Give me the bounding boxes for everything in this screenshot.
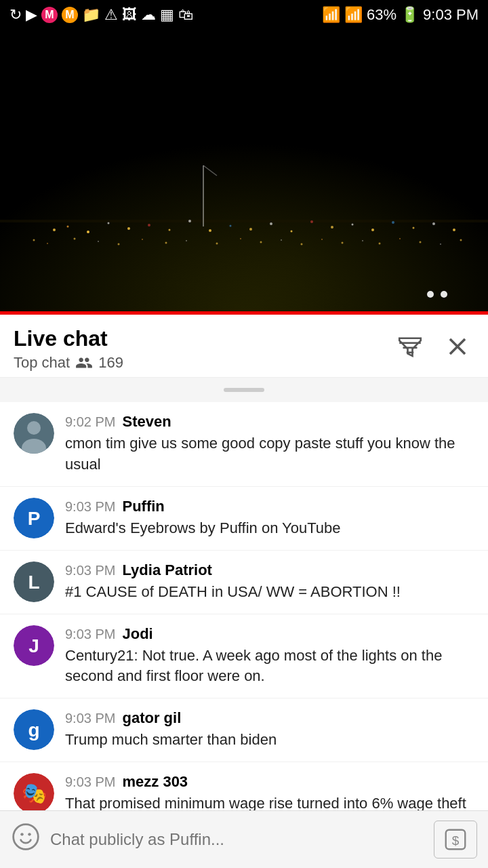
m-icon-2: M <box>62 7 78 23</box>
close-icon <box>443 332 472 361</box>
emoji-button[interactable] <box>11 822 41 858</box>
scroll-indicator <box>224 388 264 392</box>
battery-level: 63% <box>367 6 396 24</box>
status-info-right: 📶 📶 63% 🔋 9:03 PM <box>322 6 479 24</box>
filter-button[interactable] <box>393 330 427 363</box>
message-meta: 9:03 PM gator gil <box>65 709 474 727</box>
chat-message: P 9:03 PM Puffin Edward's Eyebrows by Pu… <box>0 487 488 551</box>
message-avatar: 🎭 <box>14 773 54 814</box>
message-body: 9:03 PM gator gil Trump much smarter tha… <box>65 709 474 751</box>
message-text: #1 CAUSE of DEATH in USA/ WW = ABORTION … <box>65 582 474 603</box>
svg-point-21 <box>432 222 435 225</box>
refresh-icon: ↻ <box>9 6 22 24</box>
svg-point-32 <box>142 239 143 240</box>
people-icon <box>75 354 93 372</box>
send-icon: $ <box>443 827 468 852</box>
video-progress-bar[interactable] <box>0 311 488 315</box>
message-author: mezz 303 <box>122 773 188 791</box>
message-author: Puffin <box>122 498 164 515</box>
status-bar: ↻ ▶ M M 📁 ⚠ 🖼 ☁ ▦ 🛍 📶 📶 63% 🔋 9:03 PM <box>0 0 488 30</box>
avatar-image: 🎭 <box>14 773 54 814</box>
chat-input-field[interactable] <box>50 830 424 849</box>
message-author: Lydia Patriot <box>122 561 211 579</box>
svg-point-47 <box>460 239 462 241</box>
svg-point-30 <box>98 241 99 242</box>
message-body: 9:03 PM Puffin Edward's Eyebrows by Puff… <box>65 498 474 539</box>
emoji-icon <box>11 822 41 852</box>
message-avatar: L <box>14 561 54 602</box>
message-time: 9:03 PM <box>65 499 115 515</box>
message-body: 9:02 PM Steven cmon tim give us some goo… <box>65 413 474 475</box>
time-display: 9:03 PM <box>423 6 479 24</box>
svg-point-44 <box>399 238 401 239</box>
svg-point-5 <box>108 222 110 224</box>
svg-point-52 <box>27 421 41 435</box>
svg-text:L: L <box>28 572 39 593</box>
svg-point-13 <box>270 222 272 225</box>
chat-header-left: Live chat Top chat 169 <box>14 326 123 372</box>
svg-rect-0 <box>0 30 488 315</box>
svg-text:J: J <box>28 635 39 656</box>
status-icons-left: ↻ ▶ M M 📁 ⚠ 🖼 ☁ ▦ 🛍 <box>9 6 193 24</box>
top-chat-label[interactable]: Top chat <box>14 354 70 372</box>
message-meta: 9:03 PM Jodi <box>65 625 474 643</box>
chat-message: g 9:03 PM gator gil Trump much smarter t… <box>0 698 488 762</box>
cloud-icon: ☁ <box>141 6 156 24</box>
avatar-image <box>14 413 54 454</box>
svg-text:$: $ <box>452 833 460 848</box>
avatar-image: L <box>14 561 54 602</box>
send-button[interactable]: $ <box>434 821 477 859</box>
svg-point-7 <box>148 224 150 226</box>
message-meta: 9:03 PM Lydia Patriot <box>65 561 474 579</box>
message-avatar: P <box>14 498 54 538</box>
svg-point-6 <box>127 227 130 230</box>
signal-icon: 📶 <box>344 6 363 24</box>
filter-icon <box>396 332 424 361</box>
svg-point-33 <box>165 242 167 244</box>
chat-title: Live chat <box>14 326 123 351</box>
svg-point-35 <box>216 243 218 245</box>
message-meta: 9:03 PM Puffin <box>65 498 474 515</box>
avatar-image: g <box>14 709 54 750</box>
svg-point-34 <box>186 240 187 241</box>
avatar-image: P <box>14 498 54 538</box>
svg-point-16 <box>331 226 333 229</box>
wifi-icon: 📶 <box>322 6 340 24</box>
message-meta: 9:02 PM Steven <box>65 413 474 431</box>
svg-point-4 <box>87 231 89 233</box>
svg-point-3 <box>67 226 69 228</box>
svg-point-36 <box>240 238 241 239</box>
video-player[interactable] <box>0 30 488 315</box>
message-author: Jodi <box>122 625 152 643</box>
message-time: 9:02 PM <box>65 414 115 430</box>
message-body: 9:03 PM Lydia Patriot #1 CAUSE of DEATH … <box>65 561 474 603</box>
chat-message: 9:02 PM Steven cmon tim give us some goo… <box>0 402 488 487</box>
chat-message: J 9:03 PM Jodi Century21: Not true. A we… <box>0 614 488 699</box>
svg-point-66 <box>14 824 39 849</box>
svg-point-19 <box>392 221 394 224</box>
message-time: 9:03 PM <box>65 563 115 578</box>
chat-header: Live chat Top chat 169 <box>0 315 488 378</box>
city-lights-visual <box>0 30 488 315</box>
message-text: Trump much smarter than biden <box>65 730 474 751</box>
svg-point-40 <box>321 239 323 240</box>
svg-point-20 <box>413 227 415 229</box>
svg-point-12 <box>249 228 252 231</box>
svg-point-43 <box>379 243 381 245</box>
message-avatar: g <box>14 709 54 750</box>
close-button[interactable] <box>441 330 474 363</box>
viewer-count: 169 <box>98 354 123 372</box>
alert-icon: ⚠ <box>104 6 118 24</box>
message-time: 9:03 PM <box>65 711 115 726</box>
svg-point-15 <box>310 220 313 223</box>
svg-point-9 <box>188 220 191 222</box>
svg-rect-1 <box>0 220 488 222</box>
svg-point-14 <box>291 231 293 233</box>
message-author: gator gil <box>122 709 181 727</box>
calendar-icon: ▦ <box>160 6 174 24</box>
svg-text:P: P <box>28 508 41 529</box>
svg-point-28 <box>47 243 48 244</box>
message-meta: 9:03 PM mezz 303 <box>65 773 474 791</box>
message-text: Century21: Not true. A week ago most of … <box>65 646 474 688</box>
svg-point-26 <box>441 291 447 298</box>
